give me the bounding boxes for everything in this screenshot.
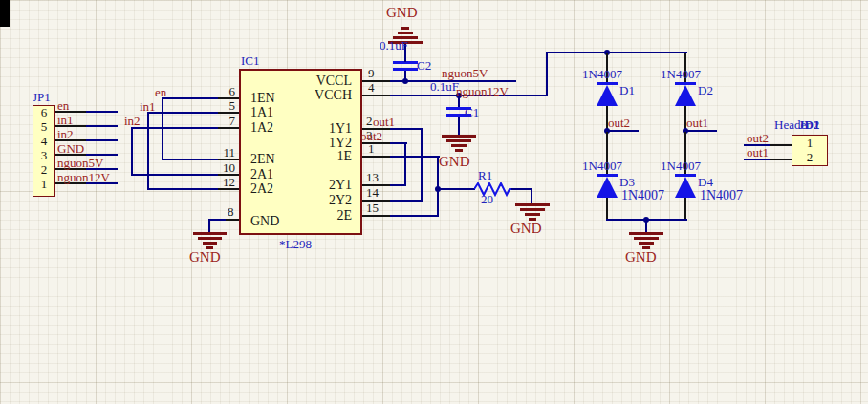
- ic1-pin-name: 2A2: [250, 181, 273, 196]
- ic1-pin-name: 2A1: [250, 167, 273, 181]
- ic1-designator[interactable]: IC1: [241, 53, 260, 68]
- net-label-out2[interactable]: out2: [747, 131, 769, 145]
- net-label-in1[interactable]: in1: [140, 99, 156, 114]
- header-pin-number: 1: [792, 136, 828, 150]
- net-label-nguon12v[interactable]: nguon12V: [57, 170, 110, 184]
- ic1-pin-name: 2EN: [250, 152, 275, 166]
- wire-sense[interactable]: [531, 188, 532, 203]
- c2-value[interactable]: 0.1uF: [380, 38, 408, 53]
- wire-en[interactable]: [162, 159, 219, 160]
- resistor-r1[interactable]: [474, 182, 512, 197]
- wire-in2[interactable]: [131, 174, 219, 176]
- ic1-pin: [362, 215, 390, 217]
- ic1-pin-number: 10: [212, 160, 235, 175]
- wire-in2[interactable]: [86, 139, 118, 141]
- d2-designator[interactable]: D2: [698, 83, 713, 97]
- wire-out2[interactable]: [390, 184, 406, 186]
- gnd-label: GND: [510, 222, 542, 236]
- d1-part: 1N4007: [582, 67, 622, 81]
- jp1-pin-number: 6: [33, 105, 55, 119]
- schematic-sheet: JP1 6 5 4 3 2 1 en in1 in2 GND nguon5V n…: [0, 0, 868, 404]
- ic1-pin-number: 7: [212, 114, 235, 128]
- ic1-pin-name: VCCL: [275, 74, 352, 88]
- diode-d1[interactable]: [597, 85, 618, 106]
- diode-d4[interactable]: [675, 177, 696, 198]
- wire-gnd[interactable]: [208, 219, 210, 232]
- gnd-label: GND: [439, 155, 470, 169]
- gnd-symbol: [401, 27, 409, 30]
- r1-designator[interactable]: R1: [478, 168, 492, 182]
- r1-value[interactable]: 20: [481, 192, 493, 206]
- d3-designator[interactable]: D3: [619, 175, 635, 189]
- wire-en[interactable]: [86, 111, 118, 113]
- net-label-out2[interactable]: out2: [360, 129, 382, 143]
- wire-out1[interactable]: [685, 130, 717, 132]
- wire-sense[interactable]: [390, 215, 439, 217]
- ic1-pin-number: 6: [212, 84, 235, 98]
- header-designator[interactable]: JD1: [798, 117, 819, 132]
- ic1-comment[interactable]: *L298: [279, 237, 312, 251]
- gnd-symbol: [634, 237, 659, 240]
- wire-en[interactable]: [162, 97, 163, 160]
- d4-designator[interactable]: D4: [698, 175, 713, 189]
- diode-d3[interactable]: [597, 177, 618, 198]
- wire-in2[interactable]: [131, 127, 219, 129]
- wire-out1[interactable]: [421, 128, 423, 202]
- wire-12v-riser[interactable]: [546, 53, 548, 96]
- wire-in1[interactable]: [86, 125, 118, 127]
- wire-in1[interactable]: [147, 112, 219, 114]
- net-label-in2[interactable]: in2: [57, 127, 74, 141]
- wire-sense[interactable]: [511, 188, 532, 190]
- c2-designator[interactable]: C2: [417, 58, 431, 73]
- diode-lead: [684, 198, 686, 221]
- ic1-pin-name: 1EN: [250, 91, 275, 105]
- wire-in1[interactable]: [147, 112, 149, 190]
- d4-part: 1N4007: [661, 159, 701, 173]
- net-label-en[interactable]: en: [57, 98, 69, 113]
- diode-lead: [606, 198, 608, 221]
- gnd-symbol: [629, 232, 663, 235]
- net-label-nguon12v[interactable]: nguon12V: [456, 84, 509, 98]
- ic1-pin-name: 2Y2: [275, 193, 352, 207]
- net-label-en[interactable]: en: [155, 85, 166, 99]
- jp1-designator[interactable]: JP1: [33, 90, 51, 104]
- diode-d2[interactable]: [675, 85, 696, 106]
- wire-gnd[interactable]: [645, 221, 647, 232]
- net-label-out1[interactable]: out1: [373, 115, 395, 129]
- jp1-pin-number: 2: [33, 162, 55, 177]
- wire-gnd[interactable]: [209, 219, 226, 221]
- net-label-nguon5v[interactable]: nguon5V: [57, 156, 103, 170]
- ic1-pin: [226, 219, 239, 221]
- wire-in1[interactable]: [147, 188, 219, 190]
- gnd-symbol: [198, 237, 222, 240]
- wire-out2[interactable]: [404, 142, 406, 186]
- wire-top-rail[interactable]: [546, 52, 687, 53]
- net-label-out1[interactable]: out1: [686, 116, 708, 130]
- wire-out1[interactable]: [390, 200, 423, 202]
- wire-sense[interactable]: [439, 188, 475, 190]
- wire-c2-lead: [404, 71, 406, 82]
- ic1-pin: [362, 156, 390, 158]
- ic1-pin-name: 1A1: [250, 105, 273, 119]
- wire-out2[interactable]: [607, 130, 639, 132]
- net-label-gnd[interactable]: GND: [57, 141, 84, 156]
- d2-part: 1N4007: [661, 67, 701, 81]
- capacitor-plate: [393, 68, 418, 71]
- net-label-out2[interactable]: out2: [608, 116, 630, 130]
- d3-part-label: 1N4007: [621, 188, 664, 202]
- wire-en[interactable]: [162, 97, 219, 99]
- wire-out1[interactable]: [390, 128, 423, 130]
- wire-in2[interactable]: [131, 127, 133, 176]
- net-label-in2[interactable]: in2: [124, 114, 141, 128]
- c1-designator[interactable]: C1: [465, 105, 479, 119]
- c1-value[interactable]: 0.1uF: [430, 79, 459, 94]
- net-label-out1[interactable]: out1: [747, 145, 769, 159]
- wire-c1-lead: [458, 117, 460, 135]
- gnd-label: GND: [386, 6, 418, 20]
- net-label-nguon5v[interactable]: nguon5V: [442, 66, 488, 80]
- ic1-pin-number: 4: [368, 80, 375, 95]
- wire-sense[interactable]: [390, 156, 440, 158]
- header-pin-number: 2: [792, 150, 828, 164]
- d1-designator[interactable]: D1: [619, 83, 635, 97]
- net-label-in1[interactable]: in1: [57, 113, 74, 127]
